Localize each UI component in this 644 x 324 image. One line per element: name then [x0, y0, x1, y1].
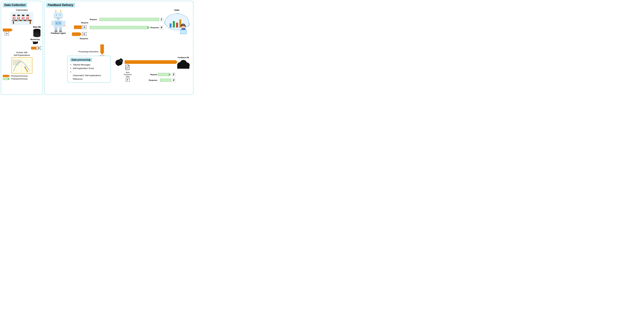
- post-arrow: [3, 78, 10, 80]
- resp3-arrow: [158, 79, 171, 82]
- num-2: 2: [172, 73, 175, 76]
- de-arrows-area: Request D: [72, 9, 88, 46]
- request-1-label: Request: [90, 19, 97, 21]
- response-3-label: Response: [149, 79, 158, 81]
- label-a: A: [5, 32, 9, 36]
- resp3-body: [160, 79, 171, 82]
- arrow-to-db: [3, 29, 11, 32]
- req1-body: [100, 18, 159, 21]
- svg-rect-83: [176, 23, 178, 28]
- label-b: B: [37, 46, 41, 50]
- pre-arrow-body: [3, 75, 8, 77]
- svg-rect-28: [26, 19, 27, 20]
- svg-rect-90: [180, 30, 186, 34]
- arrow-b: [29, 47, 36, 50]
- req2-arrow: [158, 73, 171, 76]
- svg-rect-55: [54, 13, 63, 19]
- document-icon: [125, 65, 130, 71]
- svg-rect-27: [26, 15, 29, 16]
- svg-rect-66: [63, 21, 66, 26]
- feedback-delivery-title: Feedback Delivery: [46, 3, 75, 8]
- svg-point-58: [56, 15, 57, 16]
- num-3: 3: [172, 78, 175, 82]
- top-section: Feedback Agent Request D: [46, 9, 192, 46]
- user-section: User: [164, 9, 190, 37]
- label-e: E: [82, 32, 86, 36]
- feedback-delivery-panel: Feedback Delivery: [44, 1, 194, 95]
- monitoring-group: Monitoring B: [29, 38, 41, 50]
- classmates-image: [10, 12, 33, 25]
- bullet-tailored: Tailored Messages: [73, 63, 108, 67]
- btc-arrow-body: [124, 60, 176, 64]
- proc-instructions-label: Processing instructions: [78, 51, 98, 53]
- user-label: User: [164, 9, 190, 11]
- e-arrow: [72, 33, 82, 36]
- svg-rect-101: [117, 65, 120, 66]
- svg-rect-13: [17, 15, 20, 16]
- svg-point-64: [59, 22, 61, 24]
- post-arrow-head: [8, 78, 10, 80]
- svg-rect-14: [17, 19, 18, 20]
- svg-rect-6: [13, 15, 16, 16]
- post-arrow-body: [3, 78, 8, 80]
- d-arrow: [72, 26, 82, 29]
- response-4-arrow: [90, 26, 150, 29]
- svg-point-39: [34, 42, 35, 44]
- svg-rect-81: [170, 24, 172, 28]
- post-legend: Post(Synchronous): [3, 78, 41, 80]
- legend-area: Pre(Asynchronous) Post(Synchronous): [3, 75, 41, 80]
- cloud-svg: [176, 59, 191, 70]
- data-collection-panel: Data Collection Classmates: [1, 1, 43, 95]
- request-2-area: Request 2: [113, 73, 175, 76]
- request-2-row: Request 2: [113, 73, 175, 76]
- notebook-svg: [12, 58, 32, 73]
- arrow-body: [31, 47, 36, 50]
- response-4-label: Response: [150, 27, 159, 29]
- svg-rect-12: [18, 17, 19, 19]
- feedback-agent-label: Feedback Agent: [46, 32, 70, 34]
- monitoring-area: Monitoring B: [3, 38, 41, 50]
- d-arrow-row: D: [72, 25, 88, 29]
- pre-label: Pre(Asynchronous): [11, 75, 28, 77]
- monitoring-label: Monitoring: [29, 38, 41, 40]
- pre-arrow: [3, 75, 10, 77]
- answer-image: [11, 57, 32, 74]
- e-arrow-head: [80, 33, 82, 36]
- post-label: Post(Synchronous): [11, 78, 28, 80]
- bottom-right-area: StoreProcessedData F Feedback DB: [113, 56, 192, 83]
- svg-rect-8: [14, 19, 15, 20]
- main-db-icon: [33, 29, 41, 38]
- e-arrow-row: E: [72, 32, 88, 36]
- svg-marker-38: [36, 41, 38, 44]
- brain-icon-area: [113, 57, 124, 68]
- svg-rect-91: [181, 25, 185, 26]
- svg-rect-111: [177, 68, 189, 69]
- svg-point-36: [33, 33, 40, 35]
- brain-to-cloud-arrow: [124, 60, 178, 64]
- user-illustration: [164, 12, 190, 37]
- num-4: 4: [160, 26, 163, 29]
- e-arrow-body: [72, 33, 80, 36]
- svg-rect-95: [120, 58, 122, 59]
- response-3-area: Response 3: [113, 78, 175, 82]
- svg-rect-98: [122, 60, 123, 61]
- feedback-db-area: Feedback DB: [175, 57, 192, 70]
- req2-head: [169, 73, 171, 76]
- request-2-label: Request: [150, 74, 157, 76]
- user-area: User: [90, 9, 192, 46]
- svg-rect-21: [21, 19, 23, 20]
- svg-rect-30: [26, 20, 28, 21]
- svg-point-63: [56, 22, 58, 24]
- bullet-score: Self-explanation Score: [73, 67, 108, 70]
- svg-point-52: [55, 10, 56, 12]
- request-de-label: Request: [72, 22, 88, 24]
- students-svg: [10, 13, 33, 25]
- main-db-label: Main DB: [33, 26, 41, 28]
- svg-rect-15: [18, 19, 20, 20]
- svg-point-94: [120, 60, 122, 62]
- label-d: D: [82, 25, 86, 29]
- main-container: Data Collection Classmates: [1, 1, 194, 96]
- data-processing-list: Tailored Messages Self-explanation Score…: [70, 63, 108, 81]
- resp4-head: [148, 26, 150, 29]
- d-arrow-body: [74, 26, 82, 29]
